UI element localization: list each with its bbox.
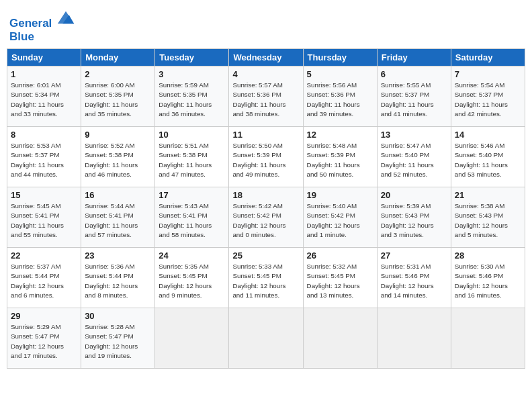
day-info: Sunrise: 5:29 AM Sunset: 5:47 PM Dayligh… [11, 322, 77, 361]
day-cell: 8Sunrise: 5:53 AM Sunset: 5:37 PM Daylig… [7, 127, 81, 187]
day-info: Sunrise: 5:52 AM Sunset: 5:38 PM Dayligh… [85, 141, 151, 179]
day-number: 28 [455, 250, 521, 261]
day-number: 8 [11, 130, 77, 140]
day-info: Sunrise: 5:56 AM Sunset: 5:36 PM Dayligh… [307, 81, 373, 119]
day-info: Sunrise: 5:39 AM Sunset: 5:43 PM Dayligh… [381, 201, 447, 240]
day-cell: 17Sunrise: 5:43 AM Sunset: 5:41 PM Dayli… [155, 187, 229, 248]
day-cell: 25Sunrise: 5:33 AM Sunset: 5:45 PM Dayli… [229, 248, 303, 308]
day-header-monday: Monday [81, 49, 155, 66]
day-number: 10 [159, 130, 225, 140]
day-header-tuesday: Tuesday [155, 49, 229, 66]
day-info: Sunrise: 5:54 AM Sunset: 5:37 PM Dayligh… [455, 81, 521, 119]
day-cell: 23Sunrise: 5:36 AM Sunset: 5:44 PM Dayli… [81, 248, 155, 308]
day-info: Sunrise: 5:38 AM Sunset: 5:43 PM Dayligh… [455, 201, 521, 240]
day-header-sunday: Sunday [7, 49, 81, 66]
day-cell: 24Sunrise: 5:35 AM Sunset: 5:45 PM Dayli… [155, 248, 229, 308]
day-info: Sunrise: 5:33 AM Sunset: 5:45 PM Dayligh… [232, 262, 299, 300]
day-info: Sunrise: 5:40 AM Sunset: 5:42 PM Dayligh… [307, 201, 373, 240]
day-header-wednesday: Wednesday [229, 49, 303, 66]
day-info: Sunrise: 5:55 AM Sunset: 5:37 PM Dayligh… [381, 81, 447, 119]
day-number: 1 [11, 69, 77, 79]
day-cell: 14Sunrise: 5:46 AM Sunset: 5:40 PM Dayli… [451, 127, 525, 187]
day-cell: 19Sunrise: 5:40 AM Sunset: 5:42 PM Dayli… [303, 187, 377, 248]
week-row-1: 1Sunrise: 6:01 AM Sunset: 5:34 PM Daylig… [7, 66, 525, 127]
day-header-saturday: Saturday [451, 49, 525, 66]
day-cell [451, 308, 525, 369]
day-cell: 7Sunrise: 5:54 AM Sunset: 5:37 PM Daylig… [451, 66, 525, 127]
day-info: Sunrise: 5:37 AM Sunset: 5:44 PM Dayligh… [11, 262, 77, 300]
logo: General Blue [9, 11, 75, 43]
day-info: Sunrise: 6:01 AM Sunset: 5:34 PM Dayligh… [11, 81, 77, 119]
day-number: 20 [381, 190, 447, 200]
day-info: Sunrise: 5:31 AM Sunset: 5:46 PM Dayligh… [381, 262, 447, 300]
day-info: Sunrise: 5:43 AM Sunset: 5:41 PM Dayligh… [159, 201, 225, 240]
day-info: Sunrise: 5:32 AM Sunset: 5:45 PM Dayligh… [307, 262, 373, 300]
day-number: 6 [381, 69, 447, 79]
day-cell: 27Sunrise: 5:31 AM Sunset: 5:46 PM Dayli… [377, 248, 451, 308]
day-number: 18 [232, 190, 299, 200]
logo-text: General [9, 11, 75, 30]
day-info: Sunrise: 5:30 AM Sunset: 5:46 PM Dayligh… [455, 262, 521, 300]
day-cell: 6Sunrise: 5:55 AM Sunset: 5:37 PM Daylig… [377, 66, 451, 127]
day-number: 19 [307, 190, 373, 200]
week-row-5: 29Sunrise: 5:29 AM Sunset: 5:47 PM Dayli… [7, 308, 525, 369]
day-cell-1: 1Sunrise: 6:01 AM Sunset: 5:34 PM Daylig… [7, 66, 81, 127]
day-info: Sunrise: 5:57 AM Sunset: 5:36 PM Dayligh… [232, 81, 299, 119]
logo-icon [56, 8, 75, 27]
day-cell: 15Sunrise: 5:45 AM Sunset: 5:41 PM Dayli… [7, 187, 81, 248]
day-number: 15 [11, 190, 77, 200]
week-row-2: 8Sunrise: 5:53 AM Sunset: 5:37 PM Daylig… [7, 127, 525, 187]
day-number: 9 [85, 130, 151, 140]
day-number: 30 [85, 311, 151, 321]
day-info: Sunrise: 5:48 AM Sunset: 5:39 PM Dayligh… [307, 141, 373, 179]
page-header: General Blue [7, 7, 525, 43]
day-info: Sunrise: 5:36 AM Sunset: 5:44 PM Dayligh… [85, 262, 151, 300]
day-cell: 21Sunrise: 5:38 AM Sunset: 5:43 PM Dayli… [451, 187, 525, 248]
day-number: 4 [232, 69, 299, 79]
day-cell: 29Sunrise: 5:29 AM Sunset: 5:47 PM Dayli… [7, 308, 81, 369]
week-row-3: 15Sunrise: 5:45 AM Sunset: 5:41 PM Dayli… [7, 187, 525, 248]
day-cell: 2Sunrise: 6:00 AM Sunset: 5:35 PM Daylig… [81, 66, 155, 127]
day-cell: 28Sunrise: 5:30 AM Sunset: 5:46 PM Dayli… [451, 248, 525, 308]
day-cell: 10Sunrise: 5:51 AM Sunset: 5:38 PM Dayli… [155, 127, 229, 187]
logo-blue: Blue [9, 30, 75, 44]
day-cell: 9Sunrise: 5:52 AM Sunset: 5:38 PM Daylig… [81, 127, 155, 187]
day-cell: 18Sunrise: 5:42 AM Sunset: 5:42 PM Dayli… [229, 187, 303, 248]
day-number: 17 [159, 190, 225, 200]
day-info: Sunrise: 5:46 AM Sunset: 5:40 PM Dayligh… [455, 141, 521, 179]
day-number: 7 [455, 69, 521, 79]
day-cell: 4Sunrise: 5:57 AM Sunset: 5:36 PM Daylig… [229, 66, 303, 127]
day-cell: 26Sunrise: 5:32 AM Sunset: 5:45 PM Dayli… [303, 248, 377, 308]
day-cell: 22Sunrise: 5:37 AM Sunset: 5:44 PM Dayli… [7, 248, 81, 308]
day-number: 21 [455, 190, 521, 200]
calendar-header-row: SundayMondayTuesdayWednesdayThursdayFrid… [7, 49, 525, 66]
day-number: 29 [11, 311, 77, 321]
day-number: 13 [381, 130, 447, 140]
day-header-thursday: Thursday [303, 49, 377, 66]
day-info: Sunrise: 5:53 AM Sunset: 5:37 PM Dayligh… [11, 141, 77, 179]
day-cell [155, 308, 229, 369]
day-info: Sunrise: 5:59 AM Sunset: 5:35 PM Dayligh… [159, 81, 225, 119]
day-info: Sunrise: 5:45 AM Sunset: 5:41 PM Dayligh… [11, 201, 77, 240]
day-number: 12 [307, 130, 373, 140]
day-cell: 12Sunrise: 5:48 AM Sunset: 5:39 PM Dayli… [303, 127, 377, 187]
day-info: Sunrise: 5:42 AM Sunset: 5:42 PM Dayligh… [232, 201, 299, 240]
day-cell: 30Sunrise: 5:28 AM Sunset: 5:47 PM Dayli… [81, 308, 155, 369]
calendar-table: SundayMondayTuesdayWednesdayThursdayFrid… [7, 48, 525, 369]
day-cell: 3Sunrise: 5:59 AM Sunset: 5:35 PM Daylig… [155, 66, 229, 127]
day-header-friday: Friday [377, 49, 451, 66]
day-number: 5 [307, 69, 373, 79]
day-cell [377, 308, 451, 369]
week-row-4: 22Sunrise: 5:37 AM Sunset: 5:44 PM Dayli… [7, 248, 525, 308]
day-number: 24 [159, 250, 225, 261]
day-cell: 20Sunrise: 5:39 AM Sunset: 5:43 PM Dayli… [377, 187, 451, 248]
day-cell: 5Sunrise: 5:56 AM Sunset: 5:36 PM Daylig… [303, 66, 377, 127]
day-cell [229, 308, 303, 369]
day-info: Sunrise: 5:28 AM Sunset: 5:47 PM Dayligh… [85, 322, 151, 361]
day-info: Sunrise: 5:50 AM Sunset: 5:39 PM Dayligh… [232, 141, 299, 179]
day-number: 27 [381, 250, 447, 261]
logo-general: General [9, 17, 52, 30]
day-info: Sunrise: 6:00 AM Sunset: 5:35 PM Dayligh… [85, 81, 151, 119]
day-number: 11 [232, 130, 299, 140]
day-cell: 11Sunrise: 5:50 AM Sunset: 5:39 PM Dayli… [229, 127, 303, 187]
